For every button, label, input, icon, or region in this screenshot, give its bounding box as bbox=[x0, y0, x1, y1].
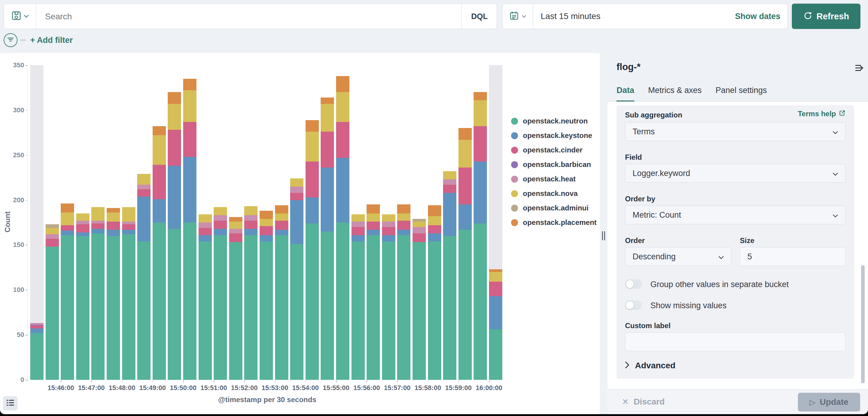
show-dates-button[interactable]: Show dates bbox=[735, 4, 780, 29]
saved-query-menu-button[interactable] bbox=[4, 4, 36, 29]
bar-segment[interactable] bbox=[367, 213, 380, 221]
bar-segment[interactable] bbox=[122, 207, 135, 221]
advanced-accordion[interactable]: Advanced bbox=[625, 361, 676, 371]
bar-segment[interactable] bbox=[443, 193, 456, 236]
bar-segment[interactable] bbox=[91, 229, 104, 233]
bar-segment[interactable] bbox=[45, 247, 59, 380]
legend-item[interactable]: openstack.adminui bbox=[511, 204, 588, 212]
group-other-values-toggle[interactable] bbox=[625, 279, 642, 289]
bar-segment[interactable] bbox=[76, 221, 89, 224]
bar-segment[interactable] bbox=[351, 242, 365, 380]
bar-segment[interactable] bbox=[443, 185, 456, 193]
bar-segment[interactable] bbox=[30, 328, 43, 333]
bar-segment[interactable] bbox=[397, 204, 410, 213]
bar-segment[interactable] bbox=[459, 140, 472, 168]
bar-segment[interactable] bbox=[489, 282, 502, 296]
bar-segment[interactable] bbox=[412, 242, 426, 380]
bar-segment[interactable] bbox=[244, 215, 257, 221]
bar-segment[interactable] bbox=[153, 126, 166, 135]
bar-segment[interactable] bbox=[259, 226, 273, 235]
bar-segment[interactable] bbox=[76, 236, 89, 380]
sub-aggregation-select[interactable]: Terms bbox=[625, 122, 846, 141]
bar-segment[interactable] bbox=[183, 222, 196, 380]
bar-segment[interactable] bbox=[153, 222, 166, 380]
bar-segment[interactable] bbox=[306, 132, 319, 161]
bar-segment[interactable] bbox=[259, 235, 273, 242]
bar-segment[interactable] bbox=[61, 225, 74, 231]
bar-segment[interactable] bbox=[275, 213, 288, 221]
bar-segment[interactable] bbox=[473, 223, 487, 380]
bar-segment[interactable] bbox=[459, 128, 472, 140]
bar-segment[interactable] bbox=[259, 219, 273, 226]
legend-toggle-button[interactable] bbox=[3, 396, 18, 411]
time-range-value[interactable]: Last 15 minutes bbox=[541, 4, 600, 29]
bar-segment[interactable] bbox=[122, 230, 135, 234]
bar-segment[interactable] bbox=[244, 229, 257, 235]
bar-segment[interactable] bbox=[367, 230, 380, 235]
bar-segment[interactable] bbox=[198, 228, 212, 235]
bar-segment[interactable] bbox=[382, 227, 395, 235]
bar-segment[interactable] bbox=[443, 236, 456, 380]
bar-segment[interactable] bbox=[76, 233, 89, 236]
bar-segment[interactable] bbox=[122, 224, 135, 230]
discard-button[interactable]: ✕ Discard bbox=[622, 390, 664, 414]
bar-segment[interactable] bbox=[428, 205, 441, 216]
bar-segment[interactable] bbox=[336, 92, 349, 122]
bar-segment[interactable] bbox=[183, 122, 196, 157]
bar-segment[interactable] bbox=[290, 186, 304, 193]
size-input[interactable] bbox=[740, 247, 846, 266]
bar-segment[interactable] bbox=[321, 98, 334, 104]
bar-segment[interactable] bbox=[397, 235, 410, 380]
bar-segment[interactable] bbox=[229, 229, 242, 233]
bar-segment[interactable] bbox=[336, 222, 349, 380]
bar-segment[interactable] bbox=[367, 204, 380, 213]
bar-segment[interactable] bbox=[382, 242, 395, 380]
legend-item[interactable]: openstack.cinder bbox=[511, 145, 582, 154]
bar-segment[interactable] bbox=[30, 325, 43, 326]
bar-segment[interactable] bbox=[107, 230, 120, 236]
bar-segment[interactable] bbox=[198, 235, 212, 242]
collapse-panel-icon[interactable] bbox=[854, 63, 864, 74]
legend-item[interactable]: openstack.barbican bbox=[511, 160, 591, 169]
bar-segment[interactable] bbox=[183, 90, 196, 122]
bar-segment[interactable] bbox=[168, 130, 181, 166]
field-select[interactable]: Logger.keyword bbox=[625, 164, 846, 183]
bar-segment[interactable] bbox=[275, 235, 288, 380]
bar-segment[interactable] bbox=[214, 207, 227, 215]
bar-segment[interactable] bbox=[382, 235, 395, 242]
bar-segment[interactable] bbox=[229, 233, 242, 242]
legend-item[interactable]: openstack.placement bbox=[511, 218, 597, 227]
dql-language-button[interactable]: DQL bbox=[462, 4, 497, 29]
bar-segment[interactable] bbox=[229, 242, 242, 380]
tab-panel-settings[interactable]: Panel settings bbox=[716, 86, 767, 102]
bar-segment[interactable] bbox=[214, 229, 227, 235]
bar-segment[interactable] bbox=[321, 104, 334, 132]
bar-segment[interactable] bbox=[91, 221, 104, 223]
bar-segment[interactable] bbox=[244, 235, 257, 380]
bar-segment[interactable] bbox=[214, 215, 227, 221]
bar-segment[interactable] bbox=[382, 214, 395, 221]
bar-segment[interactable] bbox=[244, 206, 257, 215]
bar-segment[interactable] bbox=[45, 239, 59, 247]
bar-segment[interactable] bbox=[428, 225, 441, 233]
bar-segment[interactable] bbox=[30, 323, 43, 325]
bar-segment[interactable] bbox=[443, 179, 456, 185]
bar-segment[interactable] bbox=[137, 197, 151, 242]
bar-segment[interactable] bbox=[229, 217, 242, 221]
bar-segment[interactable] bbox=[76, 213, 89, 221]
bar-segment[interactable] bbox=[61, 204, 74, 212]
bar-segment[interactable] bbox=[351, 227, 365, 235]
bar-segment[interactable] bbox=[45, 224, 59, 228]
refresh-button[interactable]: Refresh bbox=[792, 4, 861, 29]
bar-segment[interactable] bbox=[137, 185, 151, 189]
bar-segment[interactable] bbox=[412, 233, 426, 242]
bar-segment[interactable] bbox=[397, 213, 410, 221]
order-select[interactable]: Descending bbox=[625, 247, 732, 266]
bar-segment[interactable] bbox=[61, 235, 74, 380]
bar-segment[interactable] bbox=[45, 228, 59, 234]
bar-segment[interactable] bbox=[489, 269, 502, 272]
bar-segment[interactable] bbox=[198, 242, 212, 380]
bar-segment[interactable] bbox=[351, 214, 365, 221]
bar-segment[interactable] bbox=[290, 244, 304, 380]
custom-label-input[interactable] bbox=[625, 333, 846, 351]
